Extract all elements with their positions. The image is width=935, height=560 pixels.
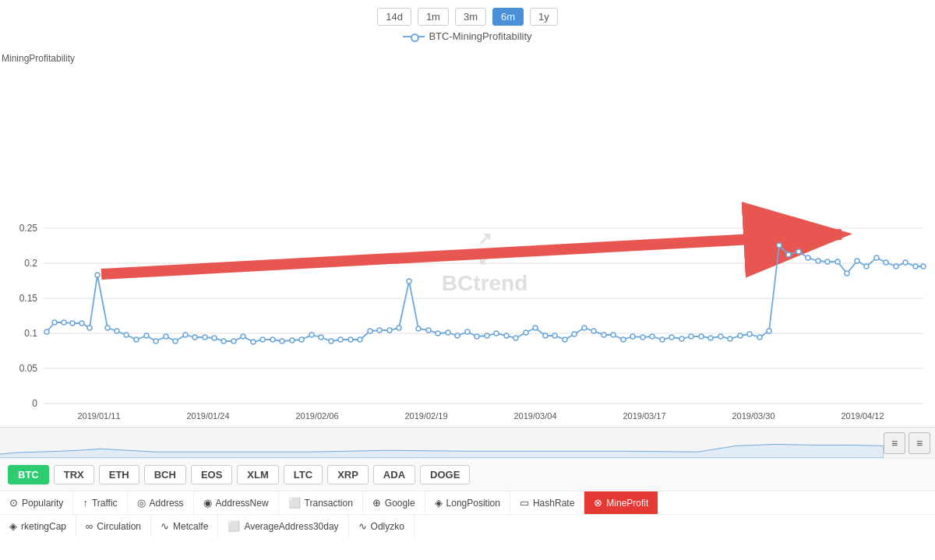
transaction-icon: ⬜ <box>288 497 301 509</box>
minimap-chart[interactable] <box>0 428 884 458</box>
coin-tab-btc[interactable]: BTC <box>8 465 49 484</box>
svg-text:2019/03/04: 2019/03/04 <box>513 411 556 421</box>
metric-tab-addressnew[interactable]: ◉ AddressNew <box>194 491 279 514</box>
coin-tab-trx[interactable]: TRX <box>54 465 94 484</box>
metric-tab-google[interactable]: ⊕ Google <box>363 491 425 514</box>
svg-point-28 <box>95 273 100 277</box>
svg-point-32 <box>134 337 139 342</box>
svg-point-90 <box>699 334 704 339</box>
svg-point-60 <box>407 279 411 284</box>
metric-tab-mineprofit[interactable]: ⊗ MineProfit <box>584 491 658 514</box>
svg-text:0.2: 0.2 <box>24 258 37 269</box>
metric-tab-address[interactable]: ◎ Address <box>128 491 194 514</box>
minimap-btn-list[interactable]: ≡ <box>884 432 905 454</box>
metric-tab-popularity[interactable]: ⊙ Popularity <box>0 491 73 514</box>
svg-point-91 <box>708 336 713 340</box>
time-btn-14d[interactable]: 14d <box>377 8 411 26</box>
svg-point-54 <box>348 337 353 342</box>
svg-text:0: 0 <box>32 398 37 409</box>
svg-point-39 <box>203 335 207 340</box>
metric-tab-hashrate[interactable]: ▭ HashRate <box>510 491 584 514</box>
svg-point-55 <box>358 337 362 342</box>
metric-tab-address-label: Address <box>150 498 184 509</box>
coin-tab-doge[interactable]: DOGE <box>420 465 470 484</box>
svg-point-52 <box>329 339 333 343</box>
svg-point-85 <box>650 334 654 339</box>
metric-tab-transaction[interactable]: ⬜ Transaction <box>279 491 363 514</box>
metric-tab-avgaddress30-label: AverageAddress30day <box>244 521 338 532</box>
coin-tab-eos[interactable]: EOS <box>191 465 232 484</box>
svg-point-71 <box>513 336 518 340</box>
svg-point-53 <box>338 337 343 342</box>
metric-tab-popularity-label: Popularity <box>22 498 63 509</box>
svg-text:2019/03/30: 2019/03/30 <box>732 411 774 421</box>
svg-point-66 <box>465 329 470 334</box>
svg-point-69 <box>494 331 499 336</box>
svg-point-27 <box>87 326 92 330</box>
address-icon: ◎ <box>137 497 146 509</box>
coin-tab-ada[interactable]: ADA <box>373 465 415 484</box>
metric-tab-odlyzko[interactable]: ∿ Odlyzko <box>349 515 415 537</box>
metric-tab-bar-2: ◈ rketingCap ∞ Circulation ∿ Metcalfe ⬜ … <box>0 514 935 537</box>
svg-text:2019/01/24: 2019/01/24 <box>186 411 229 421</box>
metric-tab-hashrate-label: HashRate <box>533 498 574 509</box>
svg-point-104 <box>835 259 840 264</box>
metric-tab-marketingcap[interactable]: ◈ rketingCap <box>0 515 76 537</box>
svg-text:0.05: 0.05 <box>19 363 38 374</box>
svg-point-23 <box>52 320 57 325</box>
metric-tab-circulation[interactable]: ∞ Circulation <box>76 515 151 537</box>
coin-tab-eth[interactable]: ETH <box>99 465 139 484</box>
svg-point-105 <box>845 271 849 276</box>
svg-point-79 <box>591 329 596 333</box>
svg-point-45 <box>260 337 265 342</box>
svg-point-106 <box>855 259 859 263</box>
svg-point-112 <box>913 264 918 269</box>
svg-text:0.25: 0.25 <box>19 223 38 234</box>
svg-point-94 <box>738 333 743 338</box>
coin-tab-xlm[interactable]: XLM <box>237 465 278 484</box>
svg-point-61 <box>416 326 421 331</box>
time-btn-1m[interactable]: 1m <box>418 8 449 26</box>
svg-point-93 <box>728 336 732 341</box>
time-btn-6m[interactable]: 6m <box>492 8 524 26</box>
chart-area: MiningProfitability ↗↙ BCtrend 0.25 0.2 … <box>0 45 935 427</box>
time-btn-1y[interactable]: 1y <box>530 8 558 26</box>
metric-tab-addressnew-label: AddressNew <box>216 498 269 509</box>
minimap-btn-menu[interactable]: ≡ <box>909 432 930 454</box>
metric-tab-metcalfe[interactable]: ∿ Metcalfe <box>151 515 218 537</box>
svg-point-101 <box>806 255 810 260</box>
metric-tab-traffic[interactable]: ↑ Traffic <box>73 491 127 514</box>
svg-point-42 <box>231 339 236 343</box>
coin-tab-ltc[interactable]: LTC <box>284 465 323 484</box>
svg-point-70 <box>504 333 509 338</box>
svg-point-102 <box>816 259 820 263</box>
svg-point-59 <box>397 326 401 330</box>
svg-point-72 <box>524 330 528 335</box>
google-icon: ⊕ <box>372 497 381 509</box>
circulation-icon: ∞ <box>86 520 93 532</box>
metric-tab-google-label: Google <box>385 498 415 509</box>
svg-point-89 <box>689 334 693 339</box>
svg-point-98 <box>777 243 782 248</box>
svg-point-97 <box>767 329 771 333</box>
svg-point-95 <box>747 332 752 336</box>
svg-point-109 <box>884 260 888 265</box>
svg-point-36 <box>173 339 178 343</box>
svg-point-73 <box>533 326 538 330</box>
coin-tab-xrp[interactable]: XRP <box>327 465 369 484</box>
svg-point-67 <box>475 334 479 339</box>
svg-point-110 <box>894 264 898 269</box>
mineprofit-icon: ⊗ <box>594 497 602 509</box>
svg-text:2019/01/11: 2019/01/11 <box>77 411 120 421</box>
svg-point-22 <box>44 329 49 334</box>
svg-point-51 <box>319 335 323 340</box>
metric-tab-longposition[interactable]: ◈ LongPosition <box>425 491 510 514</box>
svg-point-44 <box>251 340 256 344</box>
svg-line-21 <box>101 234 842 274</box>
metric-tab-avgaddress30[interactable]: ⬜ AverageAddress30day <box>218 515 348 537</box>
svg-point-75 <box>552 333 557 338</box>
coin-tab-bch[interactable]: BCH <box>144 465 186 484</box>
time-btn-3m[interactable]: 3m <box>455 8 486 26</box>
svg-point-87 <box>669 335 674 340</box>
svg-point-58 <box>387 328 392 333</box>
